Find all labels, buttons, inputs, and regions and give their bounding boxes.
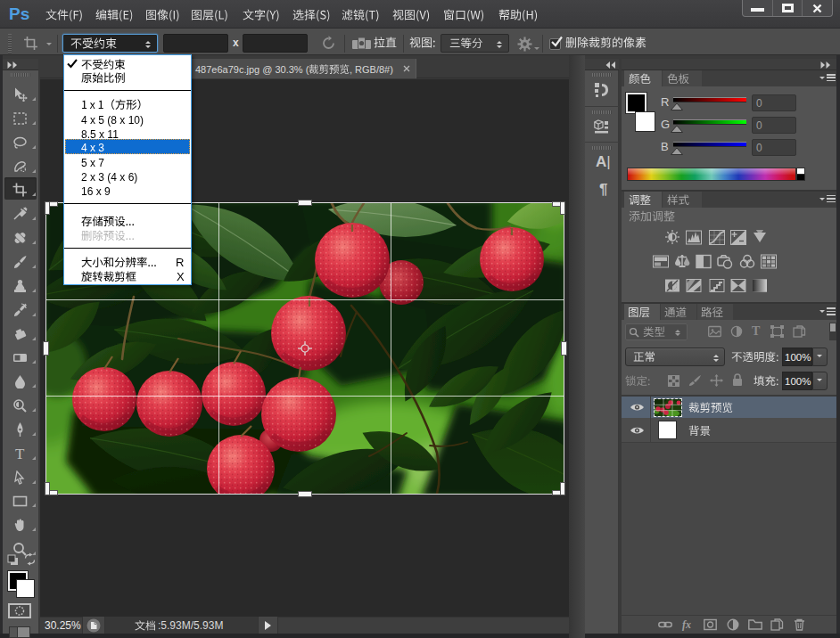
svg-text:T: T (15, 446, 25, 461)
